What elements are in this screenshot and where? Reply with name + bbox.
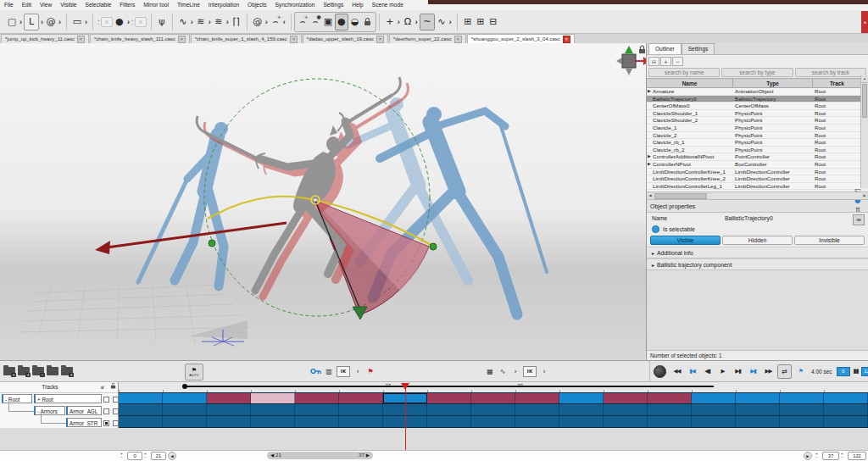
collapse-all-button[interactable]: − [672,57,683,66]
menu-interpolation[interactable]: Interpolation [204,0,243,10]
menu-objects[interactable]: Objects [243,0,270,10]
track-visibility-checkbox[interactable] [103,397,109,403]
scrollbar-thumb[interactable] [654,193,707,199]
section-additional-info[interactable]: ▸Additional info [647,247,868,258]
menu-help[interactable]: Help [348,0,368,10]
circle-u-icon[interactable]: ◒ [349,14,361,30]
timeline-segment[interactable] [427,393,559,403]
rewind-button[interactable]: ◀◀ [670,365,683,378]
table-row[interactable]: LimbDirectionControllerKnee_1LimbDirecti… [647,169,862,176]
magnet-spiral-icon[interactable]: @ [45,14,57,30]
menu-visible[interactable]: Visible [56,0,81,10]
remove-track-icon[interactable]: − [32,367,44,375]
table-row[interactable]: ClavicleShoulder_1PhysicPointRoot [647,110,862,118]
table-row[interactable]: CenterOfMass0CenterOfMassRoot [647,103,862,110]
tab-close-icon[interactable]: × [178,36,186,43]
column-header-type[interactable]: Type [733,79,813,88]
menu-file[interactable]: File [0,0,18,10]
track-lock-checkbox[interactable] [113,408,119,414]
playhead-marker[interactable] [401,383,409,390]
tab-close-icon[interactable]: × [77,36,85,43]
chevron-down-icon[interactable]: › [449,18,452,26]
sphere-paint-icon[interactable]: ● [114,14,125,30]
table-row[interactable]: Clavicle_rb_2PhysicPointRoot [647,147,862,154]
outliner-horizontal-scrollbar[interactable]: ◀ ▶ [647,192,868,200]
spinner-buttons[interactable]: +− [815,453,818,459]
menu-settings[interactable]: Settings [319,0,348,10]
add-track-icon[interactable]: + [18,367,30,375]
view-end-field[interactable]: 37 [822,452,839,460]
arc-add-icon[interactable]: ⌢+ [270,14,281,30]
tab-outliner[interactable]: Outliner [648,43,682,54]
chevron-left-icon[interactable]: ‹ [283,18,286,26]
scroll-left-button[interactable]: ◀ [168,452,176,460]
menu-timeline[interactable]: TimeLine [173,0,204,10]
autoposing-icon[interactable] [654,365,666,378]
track-lock-checkbox[interactable] [113,420,119,426]
file-tab[interactable]: *chain_knife_super_1_slash_4_159.casc× [191,34,302,43]
expand-arrow-icon[interactable]: ▶ [648,161,651,168]
arc-ball-icon[interactable]: ⌢● [309,14,321,30]
expand-all-button[interactable]: + [660,57,671,66]
next-frame-button[interactable]: ▶▮ [732,365,744,378]
timeline-scrollbar-thumb[interactable]: ◀ 2137 ▶ [267,452,373,459]
tab-settings[interactable]: Settings [682,43,715,54]
loop-button[interactable]: ⇄ [777,364,792,379]
spinner-buttons[interactable]: +− [144,453,147,459]
chevron-down-icon[interactable]: › [209,18,211,26]
scroll-up-icon[interactable]: ▲ [861,75,868,83]
menu-filters[interactable]: Filters [115,0,139,10]
interval-stamp-icon[interactable]: ▥ [324,365,334,377]
chevron-down-icon[interactable]: › [41,18,43,26]
viewport-3d[interactable] [0,43,646,360]
spinner-buttons[interactable]: +− [131,19,134,25]
invisible-button[interactable]: Invisible [794,236,865,245]
range-end-field[interactable]: 120 [861,367,868,376]
sphere-dark-icon[interactable]: ● [335,14,348,31]
menu-view[interactable]: View [36,0,56,10]
timeline-segment[interactable] [604,393,692,403]
timeline-segment[interactable] [692,393,868,403]
magnet-icon[interactable]: @ [252,14,264,30]
chevron-down-icon[interactable]: › [398,18,400,26]
jump-start-button[interactable]: ▮◀ [686,365,698,378]
pivot-anchor-icon[interactable]: + [384,14,396,30]
tab-close-icon[interactable]: × [376,36,384,43]
interval-box-icon[interactable] [47,367,58,375]
track-lock-checkbox[interactable] [113,397,119,403]
onion-skin-icon[interactable]: ▦ [485,365,495,377]
search-by-track-button[interactable]: search by track [795,68,866,77]
menu-mirror-tool[interactable]: Mirror tool [139,0,173,10]
search-by-name-button[interactable]: search by name [648,68,720,77]
section-ballistic-trajectory-component[interactable]: ▸Ballistic trajectory component [647,258,868,270]
character-icon[interactable]: ψ [156,14,168,30]
chevron-down-icon[interactable]: › [85,18,87,26]
track-row[interactable]: Armor_STR [0,417,118,429]
file-tab[interactable]: *chain_knife_heavy_slash_111.casc× [90,34,190,43]
table-row[interactable]: Armature▶AnimationObjectRoot [647,88,862,96]
timeline-grid[interactable]: 2730 [119,382,868,428]
copy-remove-icon[interactable]: ⊟ [487,14,499,30]
track-visibility-checkbox[interactable] [103,408,109,414]
ghost-after-spinner[interactable]: +−0 [131,17,147,27]
outliner-vertical-scrollbar[interactable]: ▲ [860,75,868,188]
ik-badge[interactable]: IK [523,366,537,377]
chevron-down-icon[interactable]: › [191,18,193,26]
menu-edit[interactable]: Edit [18,0,36,10]
grid-icon[interactable]: ⊞ [462,14,474,30]
table-row[interactable]: Clavicle_1PhysicPointRoot [647,125,862,132]
scroll-left-icon[interactable]: ◀ [647,192,654,198]
spinner-buttons[interactable]: +− [841,453,843,459]
auto-keyframe-button[interactable]: ⚑ AUTO [185,364,203,380]
interval-start-field[interactable]: 0 [127,452,142,460]
timeline-segment[interactable] [295,393,383,403]
chevron-down-icon[interactable]: › [58,18,61,26]
name-value[interactable]: BallisticTrajectory0 [725,215,773,221]
total-frames-field[interactable]: 122 [848,452,866,460]
collapse-panel-tab[interactable]: ◂ [861,11,868,33]
waves-lock-icon[interactable]: ≋ [195,14,207,30]
selectable-toggle-icon[interactable] [652,225,659,233]
file-tab[interactable]: *deerhorn_super_22.casc× [389,34,466,43]
trajectory-icon[interactable]: ∿ [177,14,189,30]
scrollbar-thumb[interactable] [862,84,867,118]
